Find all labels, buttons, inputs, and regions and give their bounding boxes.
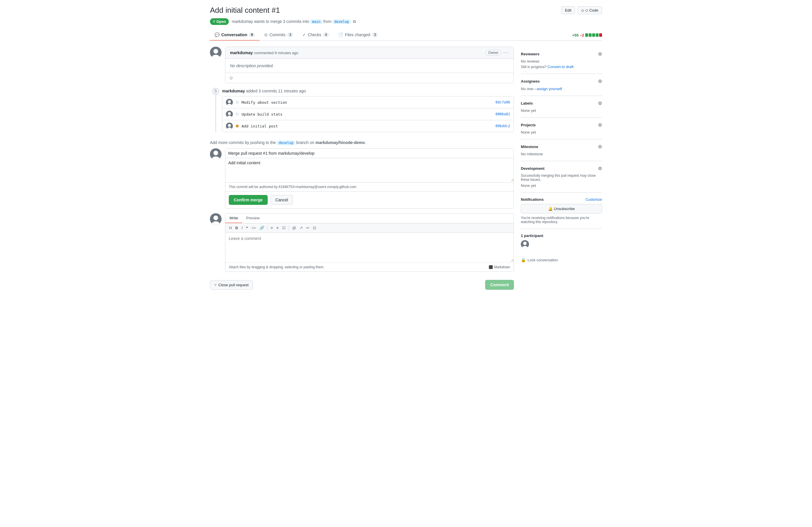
toolbar-link[interactable]: 🔗 [258, 225, 266, 231]
merge-actions: Confirm merge Cancel [225, 191, 513, 208]
reviewers-gear[interactable]: ⚙ [598, 51, 602, 57]
projects-header: Projects ⚙ [521, 122, 602, 128]
svg-point-20 [523, 242, 527, 245]
code-button[interactable]: ◇ ◇ Code [577, 6, 602, 14]
development-gear[interactable]: ⚙ [598, 166, 602, 171]
merge-body-textarea[interactable]: Add initial content [225, 158, 513, 181]
notifications-header: Notifications Customize [521, 197, 602, 202]
preview-tab[interactable]: Preview [242, 213, 264, 223]
commits-list: Modify about section 0dc7a96 Update buil… [222, 96, 514, 132]
development-title: Development [521, 166, 545, 171]
comment-header: markdumay commented 9 minutes ago Owner … [225, 47, 513, 59]
sidebar: Reviewers ⚙ No reviews Still in progress… [521, 47, 602, 290]
diff-bar-1 [585, 33, 588, 37]
emoji-button[interactable]: ☺ [229, 75, 233, 80]
attach-row: Attach files by dragging & dropping, sel… [225, 262, 513, 271]
toolbar-fullscreen[interactable]: ⊡ [311, 225, 318, 231]
lock-conversation-link[interactable]: Lock conversation [527, 258, 558, 262]
milestone-gear[interactable]: ⚙ [598, 144, 602, 150]
svg-point-8 [228, 112, 231, 115]
merge-title-input[interactable] [225, 149, 513, 158]
sidebar-notifications: Notifications Customize 🔔 Unsubscribe Yo… [521, 193, 602, 229]
diff-stats: +55 −2 [572, 33, 602, 37]
diff-bar-4 [596, 33, 598, 37]
assign-yourself-link[interactable]: assign yourself [537, 87, 562, 91]
commit-avatar-2 [226, 111, 233, 118]
tabs-row: 💬 Conversation 0 ⊙ Commits 3 ✓ Checks 4 … [210, 30, 602, 41]
pr-status-row: ⑂ Open markdumay wants to merge 3 commit… [210, 18, 602, 25]
timeline: markdumay commented 9 minutes ago Owner … [210, 47, 514, 290]
labels-title: Labels [521, 101, 533, 105]
unsubscribe-button[interactable]: 🔔 Unsubscribe [521, 204, 602, 213]
diff-bar-3 [592, 33, 595, 37]
commit-avatar-1 [226, 99, 233, 106]
svg-rect-3 [216, 89, 216, 90]
commits-event-icon [212, 88, 219, 95]
pr-meta: markdumay wants to merge 3 commits into … [232, 19, 356, 24]
comment-textarea[interactable] [225, 232, 513, 261]
cancel-merge-button[interactable]: Cancel [271, 195, 293, 205]
convert-to-draft-link[interactable]: Convert to draft [548, 65, 574, 69]
projects-gear[interactable]: ⚙ [598, 122, 602, 128]
commit-message-2: Update build stats [242, 112, 492, 117]
comment-menu-button[interactable]: ··· [504, 50, 509, 55]
sidebar-milestone: Milestone ⚙ No milestone [521, 139, 602, 161]
tab-files-changed[interactable]: 📄 Files changed 3 [334, 30, 382, 41]
target-branch[interactable]: main [310, 19, 322, 24]
participants-title: 1 participant [521, 234, 602, 238]
tab-checks[interactable]: ✓ Checks 4 [298, 30, 334, 41]
toolbar-ref[interactable]: ↗ [298, 225, 304, 231]
comment-button[interactable]: Comment [485, 280, 514, 290]
toolbar-task[interactable]: ☑ [281, 225, 287, 231]
tab-conversation[interactable]: 💬 Conversation 0 [210, 30, 260, 41]
comment-toolbar: H B I ❝ <> 🔗 ≡ ≡ ☑ @ ↗ ↩ ⊡ [225, 223, 513, 232]
edit-button[interactable]: Edit [561, 6, 575, 14]
toolbar-italic[interactable]: I [240, 225, 244, 231]
confirm-merge-button[interactable]: Confirm merge [229, 195, 268, 205]
toolbar-mention[interactable]: @ [291, 225, 298, 231]
comment-form-block: Write Preview H B I ❝ <> 🔗 ≡ ≡ ☑ [210, 213, 514, 272]
customize-notifications-link[interactable]: Customize [585, 198, 602, 202]
reviewers-header: Reviewers ⚙ [521, 51, 602, 57]
tab-commits[interactable]: ⊙ Commits 3 [260, 30, 298, 41]
markdown-icon: ⬛ Markdown [489, 265, 510, 269]
toolbar-ul[interactable]: ≡ [270, 225, 275, 231]
commit-sha-2[interactable]: 0006a82 [495, 112, 510, 116]
participant-avatar-1[interactable] [521, 240, 529, 248]
comment-time: commented 9 minutes ago [254, 51, 298, 55]
development-header: Development ⚙ [521, 166, 602, 171]
commits-icon: ⊙ [264, 32, 268, 37]
copy-branch-icon[interactable]: ⧉ [353, 19, 356, 24]
write-tab[interactable]: Write [225, 213, 242, 223]
commits-event-title: markdumay added 3 commits 11 minutes ago [222, 89, 514, 93]
labels-header: Labels ⚙ [521, 101, 602, 106]
commenter-avatar [210, 213, 221, 225]
merge-commit-info: This commit will be authored by 61946753… [225, 182, 513, 191]
commit-sha-1[interactable]: 0dc7a96 [495, 100, 510, 104]
commit-sha-3[interactable]: 09bddc2 [495, 124, 510, 128]
toolbar-code[interactable]: <> [250, 225, 257, 231]
lock-icon: 🔒 [521, 258, 526, 262]
toolbar-heading[interactable]: H [228, 225, 233, 231]
source-branch[interactable]: develop [333, 19, 351, 24]
comment-body: No description provided. [225, 59, 513, 73]
comment-footer: ☺ [225, 73, 513, 83]
sidebar-development: Development ⚙ Successfully merging this … [521, 161, 602, 193]
toolbar-undo[interactable]: ↩ [305, 225, 311, 231]
toolbar-ol[interactable]: ≡ [275, 225, 280, 231]
files-icon: 📄 [338, 32, 343, 37]
toolbar-quote[interactable]: ❝ [245, 225, 249, 231]
toolbar-bold[interactable]: B [234, 225, 239, 231]
sidebar-labels: Labels ⚙ None yet [521, 96, 602, 118]
labels-gear[interactable]: ⚙ [598, 101, 602, 106]
commits-event: markdumay added 3 commits 11 minutes ago… [210, 88, 514, 132]
assignees-gear[interactable]: ⚙ [598, 78, 602, 84]
close-pr-button[interactable]: ⑂ Close pull request [210, 280, 253, 290]
conversation-count: 0 [249, 32, 255, 37]
merge-icon: ⑂ [213, 19, 215, 24]
author-avatar [210, 47, 221, 58]
code-icon: ◇ [581, 8, 584, 13]
merge-form: Add initial content This commit will be … [225, 148, 514, 209]
diff-bar-2 [589, 33, 592, 37]
comment-block: markdumay commented 9 minutes ago Owner … [210, 47, 514, 83]
